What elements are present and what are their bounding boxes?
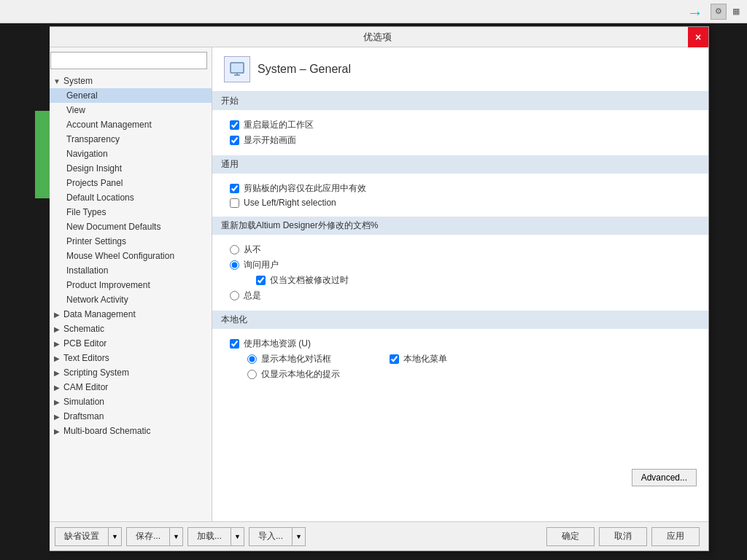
- radio-always-input[interactable]: [230, 291, 239, 300]
- tree-child-view[interactable]: View: [46, 103, 212, 117]
- new-doc-label: New Document Defaults: [66, 222, 160, 232]
- tree-item-data-management[interactable]: ▶ Data Management: [46, 307, 212, 322]
- radio-ask-input[interactable]: [230, 260, 239, 270]
- tree-item-scripting[interactable]: ▶ Scripting System: [46, 365, 212, 380]
- expand-icon-schematic: ▶: [52, 324, 62, 334]
- toolbar-icons: → ⚙ ▦: [711, 4, 744, 20]
- tree-item-simulation[interactable]: ▶ Simulation: [46, 394, 212, 409]
- save-dropdown[interactable]: ▼: [170, 527, 183, 546]
- checkbox-use-local[interactable]: 使用本地资源 (U): [230, 338, 691, 350]
- checkbox-clipboard-input[interactable]: [230, 184, 239, 193]
- localize-row: 显示本地化对话框 本地化菜单: [247, 353, 691, 365]
- left-sidebar: [0, 23, 50, 560]
- tree-child-mouse-wheel[interactable]: Mouse Wheel Configuration: [46, 249, 212, 263]
- checkbox-leftright-input[interactable]: [230, 198, 239, 208]
- radio-show-dialog-input[interactable]: [247, 354, 257, 364]
- tree-child-installation[interactable]: Installation: [46, 263, 212, 278]
- search-input[interactable]: [55, 55, 202, 66]
- checkbox-use-local-input[interactable]: [230, 339, 239, 349]
- projects-panel-label: Projects Panel: [66, 178, 123, 188]
- tree-item-schematic[interactable]: ▶ Schematic: [46, 322, 212, 336]
- radio-never[interactable]: 从不: [230, 244, 691, 256]
- tree-child-navigation[interactable]: Navigation: [46, 147, 212, 161]
- tree-item-system[interactable]: ▼ System: [46, 74, 212, 88]
- gear-icon[interactable]: ⚙: [711, 4, 727, 20]
- preferences-dialog: 优选项 × ▼ System General View: [45, 26, 709, 551]
- tree-child-projects-panel[interactable]: Projects Panel: [46, 176, 212, 190]
- radio-show-dialog[interactable]: 显示本地化对话框: [247, 353, 331, 365]
- tree-item-cam-editor[interactable]: ▶ CAM Editor: [46, 380, 212, 394]
- checkbox-restart-workspace[interactable]: 重启最近的工作区: [230, 119, 691, 131]
- dialog-bottom: 缺省设置 ▼ 保存... ▼ 加载... ▼ 导入... ▼ 确定 取消 应用: [46, 521, 708, 551]
- ok-button[interactable]: 确定: [546, 527, 595, 546]
- tree-child-file-types[interactable]: File Types: [46, 205, 212, 219]
- import-dropdown[interactable]: ▼: [293, 527, 306, 546]
- tree-child-default-locations[interactable]: Default Locations: [46, 190, 212, 205]
- content-panel: System – General 开始 重启最近的工作区 显示开始画面 通用: [212, 47, 708, 521]
- tree-child-network-activity[interactable]: Network Activity: [46, 292, 212, 307]
- printer-label: Printer Settings: [66, 236, 126, 246]
- radio-never-input[interactable]: [230, 245, 239, 254]
- load-dropdown[interactable]: ▼: [231, 527, 244, 546]
- navigation-label: Navigation: [66, 149, 108, 159]
- tree-child-printer[interactable]: Printer Settings: [46, 234, 212, 249]
- account-label: Account Management: [66, 120, 152, 130]
- tree-item-pcb-editor[interactable]: ▶ PCB Editor: [46, 336, 212, 351]
- import-button[interactable]: 导入...: [249, 527, 293, 546]
- advanced-button[interactable]: Advanced...: [632, 469, 697, 486]
- cam-editor-label: CAM Editor: [63, 382, 108, 392]
- expand-icon-cam: ▶: [52, 382, 62, 392]
- checkbox-clipboard[interactable]: 剪贴板的内容仅在此应用中有效: [230, 182, 691, 195]
- expand-icon-pcb: ▶: [52, 338, 62, 349]
- tree-child-account[interactable]: Account Management: [46, 117, 212, 132]
- sidebar-green-bar: [35, 111, 50, 198]
- schematic-label: Schematic: [63, 324, 104, 334]
- checkbox-show-start[interactable]: 显示开始画面: [230, 134, 691, 147]
- apply-button[interactable]: 应用: [651, 527, 700, 546]
- checkbox-leftright[interactable]: Use Left/Right selection: [230, 198, 691, 208]
- pcb-editor-label: PCB Editor: [63, 338, 107, 349]
- checkbox-clipboard-label: 剪贴板的内容仅在此应用中有效: [244, 182, 366, 195]
- tree-child-product-improvement[interactable]: Product Improvement: [46, 278, 212, 292]
- section-localize: 本地化: [212, 311, 708, 329]
- cancel-button[interactable]: 取消: [599, 527, 647, 546]
- default-locations-label: Default Locations: [66, 192, 134, 203]
- default-settings-group: 缺省设置 ▼: [55, 527, 122, 546]
- draftsman-label: Draftsman: [63, 411, 104, 421]
- default-settings-button[interactable]: 缺省设置: [55, 527, 109, 546]
- checkbox-show-start-input[interactable]: [230, 136, 239, 145]
- search-box[interactable]: [50, 52, 207, 69]
- tree-item-draftsman[interactable]: ▶ Draftsman: [46, 409, 212, 424]
- tree-child-design-insight[interactable]: Design Insight: [46, 161, 212, 176]
- radio-ask-label: 询问用户: [244, 259, 279, 271]
- section-localize-body: 使用本地资源 (U) 显示本地化对话框 本地化菜单 仅显示本地化的提示: [212, 329, 708, 389]
- tree-child-general[interactable]: General: [46, 88, 212, 103]
- radio-ask[interactable]: 询问用户: [230, 259, 691, 271]
- tree-item-multiboard[interactable]: ▶ Multi-board Schematic: [46, 424, 212, 438]
- checkbox-local-menu-input[interactable]: [390, 354, 399, 364]
- section-general-body: 剪贴板的内容仅在此应用中有效 Use Left/Right selection: [212, 174, 708, 217]
- radio-show-tips-input[interactable]: [247, 370, 257, 379]
- tree-child-new-doc[interactable]: New Document Defaults: [46, 219, 212, 234]
- dialog-close-button[interactable]: ×: [688, 27, 708, 47]
- tree-panel: ▼ System General View Account Management…: [46, 47, 212, 521]
- tree-child-transparency[interactable]: Transparency: [46, 132, 212, 147]
- checkbox-restart-input[interactable]: [230, 120, 239, 130]
- checkbox-local-menu[interactable]: 本地化菜单: [390, 353, 447, 365]
- sub-checkbox-modified-label: 仅当文档被修改过时: [270, 274, 349, 287]
- checkbox-use-local-label: 使用本地资源 (U): [244, 338, 311, 350]
- tree-item-text-editors[interactable]: ▶ Text Editors: [46, 351, 212, 365]
- toolbar-icon-1[interactable]: ▦: [728, 4, 744, 20]
- radio-show-tips[interactable]: 仅显示本地化的提示: [247, 368, 691, 381]
- sub-checkbox-modified[interactable]: 仅当文档被修改过时: [256, 274, 691, 287]
- network-activity-label: Network Activity: [66, 295, 128, 305]
- expand-icon-sim: ▶: [52, 397, 62, 407]
- radio-always[interactable]: 总是: [230, 289, 691, 302]
- save-button[interactable]: 保存...: [126, 527, 170, 546]
- content-header: System – General: [212, 47, 708, 92]
- load-button[interactable]: 加载...: [187, 527, 231, 546]
- default-settings-dropdown[interactable]: ▼: [109, 527, 122, 546]
- load-group: 加载... ▼: [187, 527, 244, 546]
- sub-checkbox-modified-input[interactable]: [256, 276, 266, 285]
- expand-icon-draftsman: ▶: [52, 411, 62, 421]
